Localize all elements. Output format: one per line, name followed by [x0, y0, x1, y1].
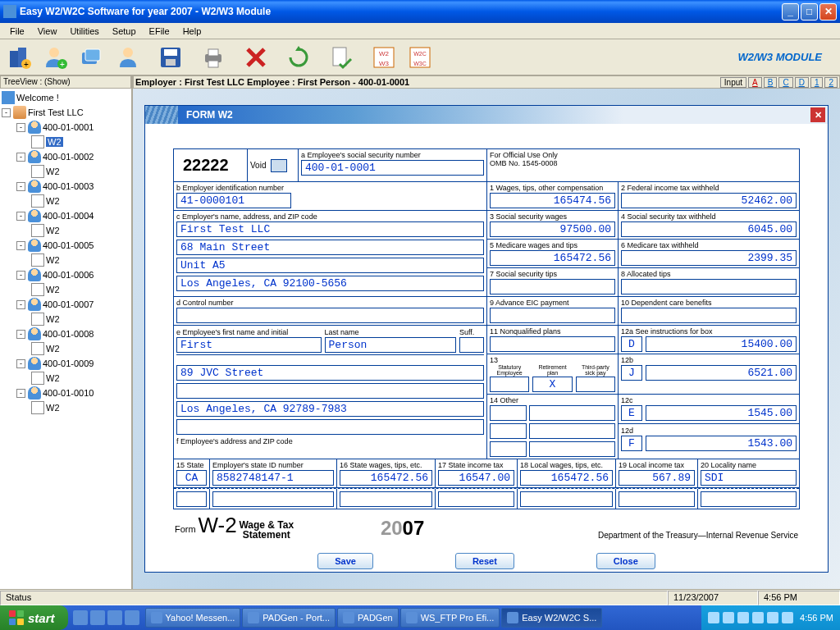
box14-code3[interactable] — [490, 441, 527, 457]
tray-icon[interactable] — [767, 612, 778, 623]
tool-w2cw3c-icon[interactable]: W2CW3C — [404, 41, 436, 74]
menu-utilities[interactable]: Utilities — [63, 25, 105, 38]
tool-doc-check-icon[interactable] — [325, 41, 358, 74]
last-name-input[interactable]: Person — [325, 337, 456, 353]
state-id2-input[interactable] — [212, 491, 334, 507]
tray-icon[interactable] — [737, 612, 749, 623]
copy-b-button[interactable]: B — [764, 77, 778, 88]
control-input[interactable] — [176, 308, 484, 323]
box12a-code[interactable]: D — [621, 336, 642, 352]
tree-w2-doc[interactable]: W2 — [2, 312, 130, 326]
copy-a-button[interactable]: A — [748, 77, 762, 88]
box12b-input[interactable]: 6521.00 — [646, 365, 797, 381]
suffix-input[interactable] — [459, 337, 484, 353]
tree-w2-doc[interactable]: W2 — [2, 223, 130, 238]
tree-employee[interactable]: -400-01-0003 — [2, 179, 130, 194]
tree-employee[interactable]: -400-01-0007 — [2, 297, 130, 312]
ql-desktop-icon[interactable] — [125, 610, 139, 625]
box17-2-input[interactable] — [438, 491, 514, 507]
box9-input[interactable] — [490, 308, 615, 323]
tree-w2-doc[interactable]: W2 — [2, 371, 130, 386]
box12c-code[interactable]: E — [621, 405, 642, 421]
ein-input[interactable]: 41-0000101 — [176, 193, 291, 208]
box10-input[interactable] — [621, 308, 797, 323]
tree-employee[interactable]: -400-01-0004 — [2, 208, 130, 223]
tree-header[interactable]: TreeView : (Show) — [0, 75, 131, 89]
tool-add-user-icon[interactable]: + — [39, 41, 72, 74]
box12d-code[interactable]: F — [621, 436, 642, 451]
tree-w2-doc[interactable]: W2 — [2, 282, 130, 297]
box11-input[interactable] — [490, 336, 615, 352]
box14-val2[interactable] — [529, 423, 615, 439]
ssn-input[interactable]: 400-01-0001 — [301, 160, 484, 176]
copy-d-button[interactable]: D — [795, 77, 809, 88]
box6-input[interactable]: 2399.35 — [621, 250, 797, 266]
ee-addr1-input[interactable]: 89 JVC Street — [176, 365, 484, 381]
menu-efile[interactable]: EFile — [143, 25, 176, 38]
start-button[interactable]: start — [0, 605, 68, 630]
box13-sick[interactable] — [576, 377, 615, 392]
box8-input[interactable] — [621, 279, 797, 294]
tree-welcome[interactable]: Welcome ! — [2, 90, 130, 105]
box17-input[interactable]: 16547.00 — [438, 470, 514, 486]
void-checkbox[interactable] — [271, 159, 287, 172]
box18-input[interactable]: 165472.56 — [520, 470, 613, 486]
box12a-input[interactable]: 15400.00 — [646, 336, 797, 352]
ql-ie-icon[interactable] — [73, 610, 88, 625]
state-id-input[interactable]: 8582748147-1 — [212, 470, 334, 486]
tree-employee[interactable]: -400-01-0010 — [2, 386, 130, 400]
tree-employee[interactable]: -400-01-0005 — [2, 238, 130, 253]
tool-user-icon[interactable] — [112, 41, 144, 74]
tray-icon[interactable] — [752, 612, 764, 623]
ee-addr2-input[interactable] — [176, 383, 484, 399]
employer-name-input[interactable]: First Test LLC — [176, 221, 484, 237]
system-tray[interactable]: 4:56 PM — [701, 605, 840, 630]
tool-refresh-icon[interactable] — [282, 41, 315, 74]
tray-icon[interactable] — [723, 612, 734, 623]
box13-stat[interactable] — [490, 377, 529, 392]
ql-firefox-icon[interactable] — [90, 610, 105, 625]
box14-code2[interactable] — [490, 423, 527, 439]
tray-icon[interactable] — [782, 612, 793, 623]
box3-input[interactable]: 97500.00 — [490, 221, 615, 237]
tree-company[interactable]: -First Test LLC — [2, 105, 130, 120]
tool-cards-icon[interactable] — [75, 41, 108, 74]
tree-employee[interactable]: -400-01-0002 — [2, 149, 130, 164]
tree-w2-doc[interactable]: W2 — [2, 135, 130, 149]
box12c-input[interactable]: 1545.00 — [646, 405, 797, 421]
copy-2-button[interactable]: 2 — [824, 77, 838, 88]
menu-help[interactable]: Help — [176, 25, 208, 38]
box18-2-input[interactable] — [520, 491, 613, 507]
box20-2-input[interactable] — [701, 491, 797, 507]
taskbar-task[interactable]: WS_FTP Pro Efi... — [400, 608, 500, 628]
taskbar-task[interactable]: Easy W2/W2C S... — [501, 608, 602, 628]
box2-input[interactable]: 52462.00 — [621, 193, 797, 208]
state2-input[interactable] — [176, 491, 207, 507]
taskbar-task[interactable]: PADGen - Port... — [242, 608, 336, 628]
tree-w2-doc[interactable]: W2 — [2, 253, 130, 267]
form-close-icon[interactable]: ✕ — [810, 107, 825, 122]
box13-ret[interactable]: X — [532, 377, 572, 392]
tool-w2w3-icon[interactable]: W2W3 — [368, 41, 400, 74]
tree-w2-doc[interactable]: W2 — [2, 194, 130, 208]
employer-addr1-input[interactable]: 68 Main Street — [176, 240, 484, 255]
employer-city-input[interactable]: Los Angeles, CA 92100-5656 — [176, 276, 484, 291]
box14-val3[interactable] — [529, 441, 615, 457]
box12b-code[interactable]: J — [621, 365, 642, 381]
tool-new-company-icon[interactable]: + — [3, 41, 36, 74]
taskbar-task[interactable]: Yahoo! Messen... — [145, 608, 241, 628]
tree-employee[interactable]: -400-01-0009 — [2, 356, 130, 371]
box12d-input[interactable]: 1543.00 — [646, 436, 797, 451]
box7-input[interactable] — [490, 279, 615, 294]
tree-employee[interactable]: -400-01-0008 — [2, 326, 130, 341]
box1-input[interactable]: 165474.56 — [490, 193, 615, 208]
box14-val1[interactable] — [529, 405, 615, 421]
tree-w2-doc[interactable]: W2 — [2, 341, 130, 356]
taskbar-task[interactable]: PADGen — [337, 608, 399, 628]
box4-input[interactable]: 6045.00 — [621, 221, 797, 237]
maximize-button[interactable]: □ — [801, 3, 818, 21]
tree-employee[interactable]: -400-01-0001 — [2, 120, 130, 135]
close-form-button[interactable]: Close — [596, 553, 655, 569]
box5-input[interactable]: 165472.56 — [490, 250, 615, 266]
tree-view[interactable]: Welcome ! -First Test LLC -400-01-0001W2… — [0, 89, 131, 589]
